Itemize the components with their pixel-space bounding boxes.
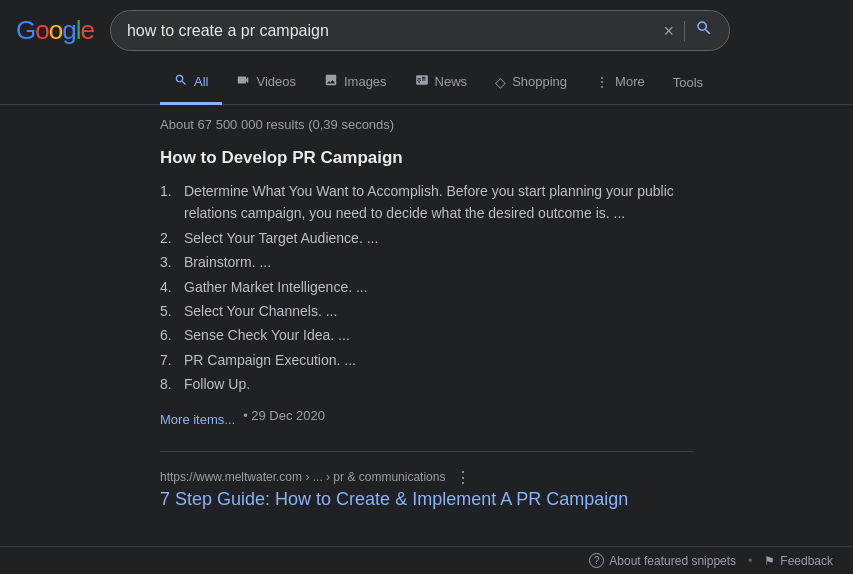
feedback-button[interactable]: ⚑ Feedback (764, 554, 833, 568)
header: Google how to create a pr campaign × (0, 0, 853, 61)
results-area: About 67 500 000 results (0,39 seconds) … (0, 105, 853, 558)
flag-icon: ⚑ (764, 554, 775, 568)
result-url: https://www.meltwater.com › ... › pr & c… (160, 470, 445, 484)
tab-shopping-label: Shopping (512, 74, 567, 89)
bullet-separator: • (748, 554, 752, 568)
list-item: 5. Select Your Channels. ... (160, 300, 693, 322)
tab-news-label: News (435, 74, 468, 89)
tab-all[interactable]: All (160, 61, 222, 105)
snippet-date: • 29 Dec 2020 (243, 408, 325, 423)
news-icon (415, 73, 429, 90)
tab-all-label: All (194, 74, 208, 89)
snippet-title: How to Develop PR Campaign (160, 148, 693, 168)
search-divider (684, 21, 685, 41)
list-item: 3. Brainstorm. ... (160, 251, 693, 273)
tools-button[interactable]: Tools (659, 63, 717, 102)
result-title[interactable]: 7 Step Guide: How to Create & Implement … (160, 489, 628, 509)
shopping-icon: ◇ (495, 74, 506, 90)
list-item: 1. Determine What You Want to Accomplish… (160, 180, 693, 225)
tab-shopping[interactable]: ◇ Shopping (481, 62, 581, 105)
google-logo: Google (16, 15, 94, 46)
images-icon (324, 73, 338, 90)
list-item: 7. PR Campaign Execution. ... (160, 349, 693, 371)
about-snippets-label: About featured snippets (609, 554, 736, 568)
list-item: 6. Sense Check Your Idea. ... (160, 324, 693, 346)
more-items-link[interactable]: More items... (160, 412, 235, 427)
result-menu-icon[interactable]: ⋮ (455, 468, 471, 487)
snippet-list: 1. Determine What You Want to Accomplish… (160, 180, 693, 396)
search-input[interactable]: how to create a pr campaign (127, 22, 653, 40)
list-item: 4. Gather Market Intelligence. ... (160, 276, 693, 298)
search-submit-icon[interactable] (695, 19, 713, 42)
tab-videos[interactable]: Videos (222, 61, 310, 105)
tab-images[interactable]: Images (310, 61, 401, 105)
all-icon (174, 73, 188, 90)
help-circle-icon: ? (589, 553, 604, 568)
list-item: 8. Follow Up. (160, 373, 693, 395)
search-bar: how to create a pr campaign × (110, 10, 730, 51)
more-icon: ⋮ (595, 74, 609, 90)
videos-icon (236, 73, 250, 90)
divider (160, 451, 693, 452)
search-clear-icon[interactable]: × (663, 22, 674, 40)
tab-images-label: Images (344, 74, 387, 89)
tab-more-label: More (615, 74, 645, 89)
nav-tabs: All Videos Images News ◇ Shopping ⋮ More… (0, 61, 853, 105)
tab-news[interactable]: News (401, 61, 482, 105)
bottom-bar: ? About featured snippets • ⚑ Feedback (0, 546, 853, 574)
about-snippets[interactable]: ? About featured snippets (589, 553, 736, 568)
snippet-footer: More items... • 29 Dec 2020 (160, 404, 693, 427)
results-count: About 67 500 000 results (0,39 seconds) (160, 117, 693, 132)
list-item: 2. Select Your Target Audience. ... (160, 227, 693, 249)
tab-more[interactable]: ⋮ More (581, 62, 659, 105)
result-item: https://www.meltwater.com › ... › pr & c… (160, 468, 693, 510)
tab-videos-label: Videos (256, 74, 296, 89)
result-url-row: https://www.meltwater.com › ... › pr & c… (160, 468, 693, 487)
feedback-label: Feedback (780, 554, 833, 568)
featured-snippet: How to Develop PR Campaign 1. Determine … (160, 148, 693, 427)
